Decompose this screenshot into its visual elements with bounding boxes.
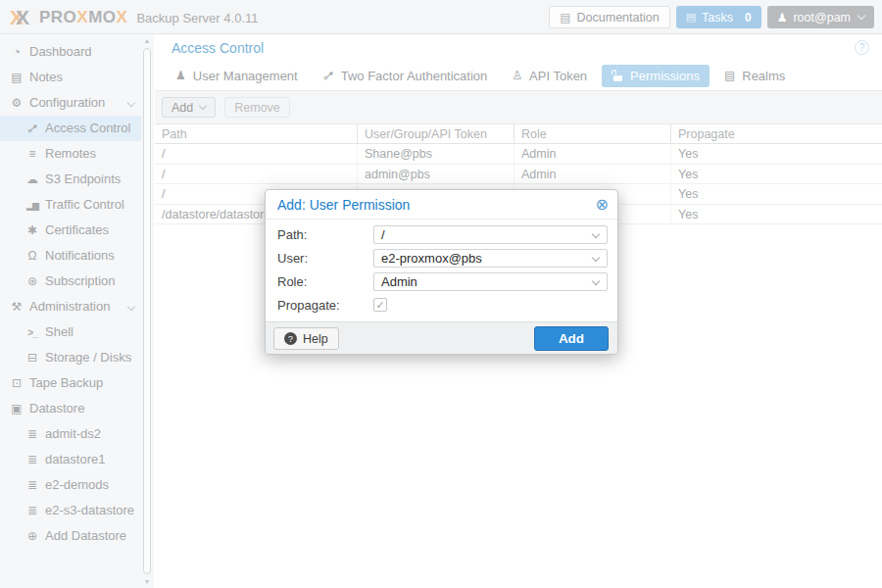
app-window: X X PROXMOX Backup Server 4.0.11 ▤ Docum…: [0, 0, 882, 588]
server-list-icon: ≡: [24, 141, 41, 167]
chevron-down-icon: [199, 102, 207, 110]
tape-icon: ⊡: [8, 370, 25, 396]
lifering-icon: ⊛: [24, 269, 41, 294]
propagate-field-row: Propagate: ✓: [277, 296, 608, 315]
sidebar-item-shell[interactable]: >_Shell: [0, 319, 154, 345]
tasks-button[interactable]: ▤ Tasks 0: [676, 6, 761, 28]
role-combo[interactable]: Admin: [373, 272, 608, 291]
chevron-down-icon: [858, 12, 865, 20]
user-icon: ♟: [777, 11, 788, 24]
scroll-up-icon[interactable]: ▲: [142, 37, 152, 44]
tab-permissions[interactable]: Permissions: [602, 65, 710, 87]
bell-icon: Ω: [24, 243, 41, 269]
tasks-count-badge: 0: [745, 11, 752, 24]
path-field-row: Path: /: [277, 225, 608, 244]
sidebar-item-s3-endpoints[interactable]: ☁S3 Endpoints: [0, 167, 154, 192]
tab-two-factor-authentication[interactable]: ⊶Two Factor Authentication: [313, 65, 498, 87]
product-name: Backup Server 4.0.11: [136, 11, 258, 25]
table-header-row: Path User/Group/API Token Role Propagate: [155, 123, 882, 144]
disk-icon: ⊟: [24, 345, 41, 370]
dialog-header[interactable]: Add: User Permission ⊗: [266, 190, 617, 220]
sidebar-item-datastore1[interactable]: ≣datastore1: [0, 447, 154, 472]
close-icon[interactable]: ⊗: [596, 195, 609, 214]
user-menu-button[interactable]: ♟ root@pam: [767, 6, 874, 28]
grid-toolbar: Add Remove: [155, 91, 882, 123]
table-row[interactable]: / admin@pbs Admin Yes: [155, 165, 882, 185]
database-icon: ≣: [24, 472, 41, 498]
user-combo[interactable]: e2-proxmox@pbs: [373, 249, 608, 268]
task-list-icon: ▤: [686, 11, 696, 24]
sidebar-item-e2-s3-datastore[interactable]: ≣e2-s3-datastore: [0, 498, 154, 523]
content-title-bar: Access Control ?: [155, 34, 882, 61]
dialog-add-button[interactable]: Add: [534, 326, 609, 351]
help-button[interactable]: ? Help: [273, 327, 339, 350]
address-book-icon: ▤: [724, 69, 735, 82]
user-field-row: User: e2-proxmox@pbs: [277, 249, 608, 268]
page-title: Access Control: [172, 40, 264, 56]
logo-x-gray: X: [16, 6, 29, 29]
column-header-user[interactable]: User/Group/API Token: [358, 124, 514, 143]
sidebar-scrollbar[interactable]: ▲ ▼: [142, 35, 152, 587]
sidebar-item-add-datastore[interactable]: ⊕Add Datastore: [0, 523, 154, 549]
dialog-footer: ? Help Add: [266, 321, 617, 354]
add-user-permission-dialog: Add: User Permission ⊗ Path: / User: e2-…: [265, 189, 618, 355]
tab-user-management[interactable]: ♟User Management: [166, 65, 308, 87]
help-icon[interactable]: ?: [855, 40, 869, 55]
chevron-down-icon[interactable]: [592, 254, 600, 262]
sidebar-item-certificates[interactable]: ✱Certificates: [0, 218, 154, 243]
tab-api-token[interactable]: ♙API Token: [502, 65, 597, 87]
remove-button[interactable]: Remove: [224, 97, 290, 118]
role-label: Role:: [277, 272, 307, 291]
column-header-path[interactable]: Path: [155, 124, 358, 143]
scrollbar-thumb[interactable]: [143, 48, 151, 574]
database-icon: ≣: [24, 447, 41, 472]
wrench-icon: ⚒: [8, 294, 25, 319]
note-icon: ▤: [8, 65, 25, 90]
role-field-row: Role: Admin: [277, 272, 608, 291]
tab-realms[interactable]: ▤Realms: [714, 65, 795, 87]
sidebar-item-dashboard[interactable]: ◔Dashboard: [0, 39, 154, 65]
sidebar-item-tape-backup[interactable]: ⊡Tape Backup: [0, 370, 154, 396]
collapse-chevron-icon[interactable]: [127, 99, 135, 107]
collapse-chevron-icon[interactable]: [127, 303, 135, 311]
sidebar-item-subscription[interactable]: ⊛Subscription: [0, 269, 154, 294]
scroll-down-icon[interactable]: ▼: [142, 578, 152, 585]
table-row[interactable]: / Shane@pbs Admin Yes: [155, 144, 882, 165]
sidebar-item-admit-ds2[interactable]: ≣admit-ds2: [0, 421, 154, 447]
version-number: 4.0.11: [223, 11, 258, 25]
database-icon: ≣: [24, 421, 41, 447]
column-header-propagate[interactable]: Propagate: [671, 124, 882, 143]
sidebar-item-notes[interactable]: ▤Notes: [0, 65, 154, 90]
sidebar-item-storage-disks[interactable]: ⊟Storage / Disks: [0, 345, 154, 370]
path-label: Path:: [277, 225, 307, 244]
add-button[interactable]: Add: [162, 97, 216, 118]
chevron-down-icon[interactable]: [592, 277, 600, 285]
sidebar-item-configuration[interactable]: ⚙Configuration: [0, 90, 154, 116]
propagate-label: Propagate:: [277, 296, 340, 315]
cloud-icon: ☁: [24, 167, 41, 192]
sidebar-item-notifications[interactable]: ΩNotifications: [0, 243, 154, 269]
book-icon: ▤: [560, 11, 570, 24]
terminal-icon: >_: [24, 320, 41, 346]
dashboard-icon: ◔: [8, 39, 25, 65]
key-icon: ⊶: [319, 67, 337, 84]
database-icon: ≣: [24, 498, 41, 523]
sidebar-item-traffic-control[interactable]: ▂▆Traffic Control: [0, 192, 154, 218]
path-combo[interactable]: /: [373, 225, 608, 244]
key-icon: ⊶: [18, 113, 48, 143]
certificate-icon: ✱: [24, 218, 41, 243]
sidebar-nav: ◔Dashboard ▤Notes ⚙Configuration ⊶Access…: [0, 34, 154, 588]
sidebar-item-access-control[interactable]: ⊶Access Control: [0, 116, 141, 141]
sidebar-item-datastore[interactable]: ▣Datastore: [0, 396, 154, 421]
sidebar-item-remotes[interactable]: ≡Remotes: [0, 141, 154, 167]
user-outline-icon: ♙: [512, 69, 522, 82]
proxmox-logo: X X PROXMOX Backup Server 4.0.11: [10, 5, 259, 30]
sidebar-item-e2-demods[interactable]: ≣e2-demods: [0, 472, 154, 498]
column-header-role[interactable]: Role: [514, 124, 671, 143]
chevron-down-icon[interactable]: [592, 230, 600, 238]
documentation-button[interactable]: ▤ Documentation: [549, 6, 669, 28]
chart-icon: ▂▆: [24, 193, 41, 219]
sidebar-item-administration[interactable]: ⚒Administration: [0, 294, 154, 319]
user-label: User:: [277, 249, 308, 268]
propagate-checkbox[interactable]: ✓: [373, 298, 387, 312]
